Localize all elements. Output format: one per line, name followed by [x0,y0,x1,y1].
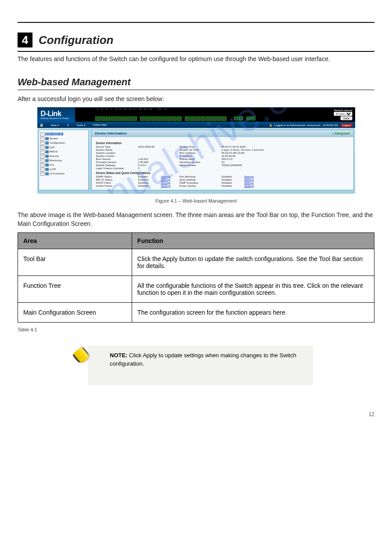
dev-info-value: 10.90.90.90 [222,155,270,157]
table-row: Tool Bar Click the Apply button to updat… [18,249,374,276]
tree-item-lldp[interactable]: +LLDP [40,167,87,171]
dsq-label: QinQ Settings [180,178,222,181]
menu-tools[interactable]: Tools ▾ [77,123,85,127]
areas-table: Area Function Tool Bar Click the Apply b… [18,232,374,323]
section-device-info: Device Information [96,141,349,145]
dev-info-label: Device Type [96,145,138,148]
table-caption: Table 4.1 [18,327,374,332]
pen-icon [72,346,90,365]
dev-info-label: Login Timeout (minutes) [96,167,138,170]
tree-item-l3[interactable]: +L3 Functions [40,172,87,176]
tree-item-security[interactable]: +Security [40,154,87,158]
settings-link[interactable]: Settings [245,175,263,178]
settings-link[interactable]: Settings [161,181,180,184]
brand-logo: D-Link Building Networks for People [37,110,69,120]
areas-table-header-area: Area [18,233,132,249]
table-row: Main Configuration Screen The configurat… [18,303,374,323]
dev-info-value [138,149,180,151]
login-status: 🔒 Logged in as Administrator, anonymous … [269,123,352,127]
drive-icon: ✕ [67,123,69,127]
lock-icon: 🔒 [269,124,272,127]
tree-item-rmon[interactable]: +RMON [40,150,87,154]
dev-info-label: MAC Address [180,152,222,154]
dsq-value: Enabled [138,175,161,178]
page-number: 12 [18,411,374,417]
dev-info-value: 1.00.001 [138,158,180,160]
apply-refresh-button[interactable]: Apply [340,116,352,120]
tree-item-configuration[interactable]: +Configuration [40,141,87,145]
dev-info-label: System Location [96,152,138,154]
dev-info-label: Boot Version [96,158,138,160]
intro-paragraph: The features and functions of the Switch… [18,54,374,63]
dev-info-value: A1 [222,161,270,163]
chapter-title: Configuration [39,33,113,47]
dsq-label: IGMP Snooping [180,181,222,184]
menu-save[interactable]: Save ▾ [51,123,59,127]
dev-info-value: TM1D1JA000045 [222,164,270,167]
settings-link[interactable]: Settings [161,185,180,187]
dsq-label: DHCP Client [96,181,138,184]
note-label: NOTE: [110,352,127,359]
dsq-value: Disabled [138,181,161,184]
dev-info-value: 00-63-4C-B5-13-E9 [222,152,270,154]
dev-info-label: System Time [180,145,222,148]
dev-info-value [222,167,270,170]
chapter-header: 4 Configuration [18,27,374,52]
refresh-interval-select[interactable]: 10 secs [334,112,352,116]
settings-link[interactable]: Settings [161,178,180,181]
note-text: Click Apply to update settings when maki… [110,352,296,367]
dsq-value: Disabled [222,178,245,181]
dev-info-value: 0.0.0.0 [138,164,180,167]
table-row: Function Tree All the configurable funct… [18,276,374,303]
tree-root[interactable]: -DGS-2000-28 [40,132,87,136]
settings-link[interactable]: Settings [245,185,263,187]
dev-info-label: Subnet Mask [180,158,222,160]
dev-info-value: 2 days, 0 hours, 43 mins, 3 seconds [222,149,270,151]
figure-caption: Figure 4.1 – Web-based Management [18,198,374,203]
section-title: Web-based Management [18,76,374,88]
logout-button[interactable]: Logout [341,123,352,127]
dev-info-label: System Contact [96,155,138,157]
dsq-label: Port Mirroring [180,175,222,178]
dsq-value: Disabled [222,175,245,178]
function-tree[interactable]: -DGS-2000-28 +System +Configuration +QoS… [39,130,89,190]
dsq-value: Disabled [222,185,245,187]
panel-title: Device Information [95,131,127,135]
section-dsq: Device Status and Quick Configurations [96,171,349,174]
dev-info-label [180,167,222,170]
dev-info-value: 00:44:17 03 01 2019 [222,145,270,148]
dsq-label: 802.1X Status [96,178,138,181]
areas-intro: The above image is the Web-based Managem… [18,210,374,229]
dev-info-value [138,155,180,157]
dsq-label: SNMP Status [96,175,138,178]
tree-item-system[interactable]: +System [40,137,87,141]
dsq-label: Power Saving [180,185,222,187]
safeguard-badge: Safeguard [332,132,349,135]
dev-info-value [138,152,180,154]
dev-info-value: 1.00.009 [138,161,180,163]
settings-link[interactable]: Settings [245,181,263,184]
settings-link[interactable]: Settings [161,175,180,178]
tree-item-acl[interactable]: +ACL [40,163,87,167]
dev-info-value: DGS-2000-28 [138,145,180,148]
settings-link[interactable]: Settings [245,178,263,181]
dev-info-label: Firmware Version [96,161,138,163]
menu-online-help[interactable]: Online Help [93,123,107,126]
device-panel-graphic: 1 3 5 7 9 11 13 15 17 19 21 23 25 27 [75,108,355,122]
tree-item-qos[interactable]: +QoS [40,145,87,149]
dev-info-value: 255.0.0.0 [222,158,270,160]
dsq-value: Disabled [138,185,161,187]
dev-info-label: IP Address [180,155,222,157]
dev-info-label: System Up Time [180,149,222,151]
embedded-screenshot: manualshive.com D-Link Building Networks… [37,107,355,194]
areas-table-header-function: Function [132,233,374,249]
note-box: NOTE: Click Apply to update settings whe… [88,345,313,385]
dev-info-label: System Name [96,149,138,151]
tree-item-monitoring[interactable]: +Monitoring [40,159,87,163]
dsq-value: Disabled [222,181,245,184]
chapter-number: 4 [18,33,32,47]
dsq-label: Jumbo Frame [96,185,138,187]
floppy-icon: 💾 [40,123,43,127]
dev-info-label: Serial Number [180,164,222,167]
dev-info-label: Hardware Version [180,161,222,163]
